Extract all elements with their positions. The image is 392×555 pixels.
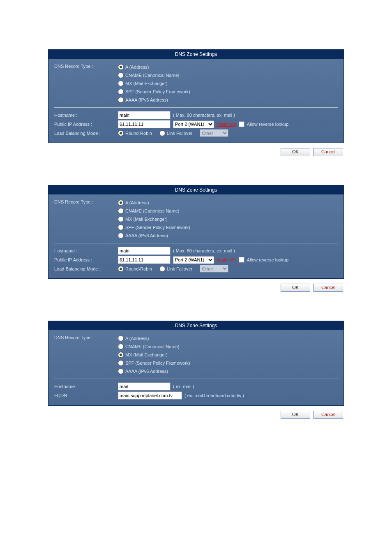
radio-label: Link Failover (167, 266, 192, 271)
cancel-button[interactable]: Cancel (314, 411, 343, 419)
reverse-lookup-checkbox[interactable] (239, 257, 244, 263)
divider (54, 243, 338, 243)
radio-round-robin[interactable]: Round-Robin (118, 266, 152, 272)
radio-aaaa[interactable]: AAAA (IPv6 Address) (118, 368, 190, 375)
hostname-input[interactable] (118, 382, 171, 391)
radio-label: MX (Mail Exchanger) (125, 216, 168, 222)
radio-label: CNAME (Canonical Name) (125, 72, 179, 79)
radio-label: Round-Robin (125, 131, 152, 136)
radio-label: CNAME (Canonical Name) (125, 208, 179, 214)
radio-mx[interactable]: MX (Mail Exchanger) (118, 216, 190, 222)
fqdn-hint: ( ex. mail.broadband.com.tw ) (184, 393, 244, 398)
hostname-input[interactable] (118, 111, 171, 119)
radio-icon (118, 81, 124, 86)
reverse-lookup-label: Allow reverse lookup (247, 122, 289, 127)
divider (54, 379, 338, 379)
radio-icon (118, 208, 124, 214)
public-ip-label: Public IP Address : (54, 257, 118, 262)
radio-link-failover[interactable]: Link Failover (159, 130, 192, 136)
hostname-hint: ( Max. 80 characters, ex. mail ) (173, 113, 235, 118)
radio-icon (118, 233, 124, 238)
radio-icon (118, 97, 124, 103)
radio-icon (118, 130, 124, 136)
hostname-label: Hostname : (54, 384, 118, 389)
radio-icon (118, 266, 124, 272)
radio-label: AAAA (IPv6 Address) (125, 97, 168, 103)
public-ip-label: Public IP Address : (54, 122, 118, 127)
failover-other-select: Other (200, 265, 228, 273)
radio-label: SPF (Sender Policy Framework) (125, 88, 190, 95)
radio-cname[interactable]: CNAME (Canonical Name) (118, 72, 190, 79)
radio-spf[interactable]: SPF (Sender Policy Framework) (118, 88, 190, 95)
load-balancing-label: Load Balancing Mode : (54, 266, 118, 271)
radio-spf[interactable]: SPF (Sender Policy Framework) (118, 360, 190, 366)
hostname-label: Hostname : (54, 113, 118, 118)
cancel-button[interactable]: Cancel (314, 148, 343, 156)
assist-me-link[interactable]: Assist Me (217, 122, 236, 127)
assist-me-link[interactable]: Assist Me (217, 257, 236, 262)
port-select[interactable]: Port 2 (WAN1) (173, 256, 214, 264)
radio-label: MX (Mail Exchanger) (125, 352, 168, 358)
radio-label: MX (Mail Exchanger) (125, 80, 168, 87)
radio-a-address[interactable]: A (Address) (118, 199, 190, 206)
radio-icon (118, 64, 124, 70)
radio-icon (118, 89, 124, 95)
divider (54, 107, 338, 108)
port-select[interactable]: Port 2 (WAN1) (173, 120, 214, 128)
radio-icon (159, 130, 165, 136)
radio-label: SPF (Sender Policy Framework) (125, 360, 190, 366)
public-ip-input[interactable] (118, 256, 171, 264)
radio-icon (118, 344, 124, 349)
public-ip-input[interactable] (118, 120, 171, 128)
radio-label: A (Address) (125, 335, 149, 342)
reverse-lookup-checkbox[interactable] (239, 121, 244, 127)
radio-aaaa[interactable]: AAAA (IPv6 Address) (118, 232, 190, 239)
radio-cname[interactable]: CNAME (Canonical Name) (118, 208, 190, 214)
radio-round-robin[interactable]: Round-Robin (118, 130, 152, 136)
radio-label: AAAA (IPv6 Address) (125, 232, 168, 239)
radio-icon (118, 200, 124, 206)
panel-title: DNS Zone Settings (48, 185, 344, 194)
hostname-hint: ( ex. mail ) (173, 384, 194, 389)
hostname-input[interactable] (118, 247, 171, 255)
radio-label: A (Address) (125, 64, 149, 70)
radio-label: Link Failover (167, 131, 192, 136)
radio-a-address[interactable]: A (Address) (118, 64, 190, 70)
fqdn-label: FQDN : (54, 393, 118, 398)
radio-mx[interactable]: MX (Mail Exchanger) (118, 80, 190, 87)
radio-label: CNAME (Canonical Name) (125, 343, 179, 350)
ok-button[interactable]: OK (281, 411, 310, 419)
radio-icon (118, 216, 124, 222)
radio-spf[interactable]: SPF (Sender Policy Framework) (118, 224, 190, 231)
dns-zone-settings-panel-3: DNS Zone Settings DNS Record Type : A (A… (48, 321, 344, 406)
radio-label: Round-Robin (125, 266, 152, 271)
failover-other-select: Other (200, 129, 228, 137)
panel-title: DNS Zone Settings (48, 321, 344, 330)
radio-aaaa[interactable]: AAAA (IPv6 Address) (118, 97, 190, 103)
dns-record-type-label: DNS Record Type : (54, 64, 118, 69)
reverse-lookup-label: Allow reverse lookup (247, 257, 289, 262)
radio-icon (118, 352, 124, 358)
dns-record-type-label: DNS Record Type : (54, 335, 118, 340)
radio-label: SPF (Sender Policy Framework) (125, 224, 190, 231)
ok-button[interactable]: OK (281, 148, 310, 156)
radio-label: A (Address) (125, 199, 149, 206)
fqdn-input[interactable] (118, 391, 182, 400)
radio-cname[interactable]: CNAME (Canonical Name) (118, 343, 190, 350)
radio-icon (118, 368, 124, 374)
dns-record-type-label: DNS Record Type : (54, 199, 118, 204)
radio-a-address[interactable]: A (Address) (118, 335, 190, 342)
radio-icon (118, 335, 124, 341)
radio-label: AAAA (IPv6 Address) (125, 368, 168, 375)
hostname-label: Hostname : (54, 248, 118, 253)
radio-link-failover[interactable]: Link Failover (159, 266, 192, 272)
hostname-hint: ( Max. 80 characters, ex. mail ) (173, 248, 235, 253)
load-balancing-label: Load Balancing Mode : (54, 131, 118, 136)
cancel-button[interactable]: Cancel (314, 284, 343, 292)
radio-icon (159, 266, 165, 272)
radio-icon (118, 360, 124, 366)
radio-icon (118, 224, 124, 230)
ok-button[interactable]: OK (281, 284, 310, 292)
radio-mx[interactable]: MX (Mail Exchanger) (118, 352, 190, 358)
panel-title: DNS Zone Settings (48, 50, 344, 59)
